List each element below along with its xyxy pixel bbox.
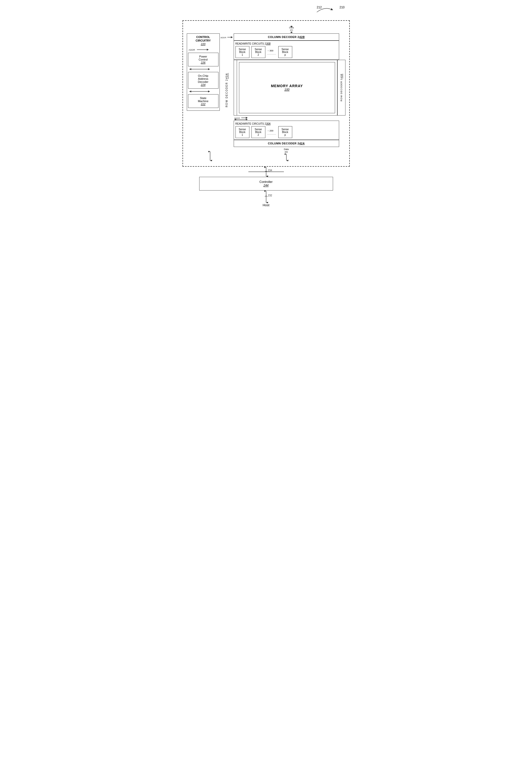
memory-array-box: MEMORY ARRAY 100: [237, 60, 337, 116]
on-chip-address-box: On-ChipAddressDecoder 224: [188, 72, 219, 89]
host-label: Host: [263, 203, 269, 207]
column-decoder-a: COLUMN DECODER 242A: [234, 140, 339, 147]
on-chip-ref: 224: [190, 83, 217, 86]
power-control-box: PowerControl 226: [188, 53, 219, 66]
ref-200-area: ←200 ..........: [267, 129, 276, 135]
memory-array-section: MEMORY ARRAY 100 ROW DECODER 240B: [234, 60, 345, 116]
state-machine-ref: 222: [190, 103, 217, 106]
dots-b: ..........­: [267, 52, 276, 55]
connector-234-area: 234: [183, 167, 350, 177]
svg-text:ADDR: ADDR: [189, 49, 195, 51]
sense-blocks-b: SenseBlock1 SenseBlock2 ←300 ..........­…: [235, 46, 337, 58]
addr-arrow-top: ADDR: [188, 48, 219, 52]
row-decoder-left-area: ROW DECODER 240A ADDR: [220, 33, 234, 147]
sense-block-a2: SenseBlock2: [251, 126, 266, 138]
ref-300-area: ←300 ..........­: [267, 50, 276, 55]
rw-b-label: READ/WRITE CIRCUITS 230B: [235, 42, 337, 45]
left-control-column: CONTROLCIRCUITRY 220 ADDR: [187, 33, 220, 147]
power-control-title: PowerControl: [190, 55, 217, 61]
col-decoder-b-ref: 42B: [299, 35, 305, 39]
svg-text:ADDR: ADDR: [221, 37, 226, 39]
control-circuitry-title: CONTROLCIRCUITRY: [188, 35, 219, 43]
column-decoder-b: COLUMN DECODER 242B: [234, 33, 339, 41]
controller-box: Controller 244: [199, 177, 333, 190]
label-210: 210: [339, 6, 344, 9]
addr-rw-bottom: ADDR: [234, 116, 339, 120]
bidir-arrow-addr: [188, 90, 219, 93]
bottom-data-io: DataI/O: [234, 148, 345, 161]
row-decoder-right-area: ROW DECODER 240B: [337, 60, 345, 116]
bottom-left-arrow: [187, 151, 234, 161]
svg-text:234: 234: [268, 169, 272, 172]
memory-array-label: MEMORY ARRAY: [271, 84, 303, 88]
row-decoder-right-label: ROW DECODER 240B: [340, 74, 343, 101]
row-decoder-left-border: [234, 60, 237, 116]
connector-232-area: 232 Host: [183, 190, 350, 207]
sense-block-b1: SenseBlock1: [235, 46, 249, 58]
power-control-ref: 226: [190, 61, 217, 64]
controller-ref: 244: [204, 184, 328, 187]
control-circuitry-ref: 220: [188, 43, 219, 46]
on-chip-title: On-ChipAddressDecoder: [190, 74, 217, 83]
bottom-arrows-area: DataI/O: [187, 148, 345, 161]
bidir-arrow-power: [188, 67, 219, 71]
full-diagram: 212 210 Data I/O: [183, 5, 350, 207]
state-machine-title: StateMachine: [190, 96, 217, 103]
rw-circuits-b: READ/WRITE CIRCUITS 230B SenseBlock1 Sen…: [234, 41, 339, 60]
state-machine-box: StateMachine 222: [188, 94, 219, 108]
right-main-section: COLUMN DECODER 242B READ/WRITE CIRCUITS …: [234, 33, 345, 147]
outer-dashed-box: Data I/O CONTROLCIRCUITRY 220: [183, 20, 350, 167]
controller-area: Controller 244: [183, 177, 350, 190]
svg-text:232: 232: [268, 194, 272, 197]
rw-a-label: READ/WRITE CIRCUITS 230A: [235, 122, 337, 125]
memory-array-inner: MEMORY ARRAY 100: [239, 62, 335, 113]
rw-a-section: ADDR READ/WRITE CIRCUITS 230A SenseBlock…: [234, 116, 339, 147]
row-decoder-left-label: ROW DECODER 240A: [225, 73, 228, 107]
svg-text:ADDR: ADDR: [234, 117, 240, 119]
data-io-bottom-label: DataI/O: [284, 148, 289, 154]
sense-blocks-a: SenseBlock1 SenseBlock2 ←200 .......... …: [235, 126, 337, 138]
col-decoder-a-ref: 42A: [299, 142, 305, 145]
label-212: 212: [317, 6, 322, 9]
sense-block-ap: SenseBlockp: [278, 126, 292, 138]
sense-block-b2: SenseBlock2: [251, 46, 266, 58]
sense-block-bp: SenseBlockp: [278, 46, 292, 58]
rw-circuits-a: READ/WRITE CIRCUITS 230A SenseBlock1 Sen…: [234, 121, 339, 140]
svg-text:I/O: I/O: [290, 29, 293, 31]
memory-array-ref: 100: [284, 88, 289, 91]
dots-a: ..........: [267, 132, 276, 135]
main-layout: CONTROLCIRCUITRY 220 ADDR: [187, 33, 345, 147]
sense-block-a1: SenseBlock1: [235, 126, 249, 138]
controller-label: Controller: [204, 180, 328, 184]
